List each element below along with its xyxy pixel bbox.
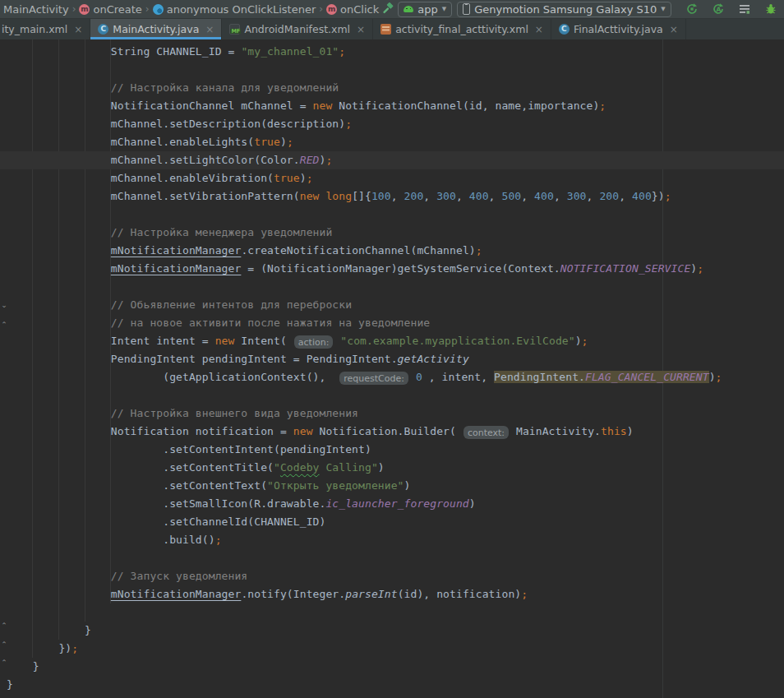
method-icon: m	[326, 4, 337, 15]
code-line[interactable]: mNotificationManager.createNotificationC…	[0, 242, 784, 260]
code-line[interactable]: .setSmallIcon(R.drawable.ic_launcher_for…	[0, 495, 784, 513]
breadcrumb-onclick[interactable]: m onClick	[325, 3, 380, 16]
code-segment: "my_channel_01"	[241, 45, 339, 58]
code-segment: ,	[423, 190, 436, 202]
code-line[interactable]	[0, 61, 784, 79]
code-line[interactable]: });	[0, 640, 784, 658]
code-segment: "	[274, 461, 280, 474]
code-segment: // Настройка внешнего вида уведомления	[7, 407, 358, 419]
code-line[interactable]: .setContentTitle("Codeby Calling")	[0, 459, 784, 477]
breadcrumb-anonymous-listener[interactable]: anonymous OnClickListener	[151, 3, 318, 16]
code-segment: ,	[456, 190, 469, 202]
code-line[interactable]: }	[0, 622, 784, 640]
code-line[interactable]: Notification notification = new Notifica…	[0, 423, 784, 441]
code-line[interactable]: Intent intent = new Intent( action: "com…	[0, 332, 784, 350]
code-segment: getActivity	[398, 353, 469, 365]
code-line[interactable]: (getApplicationContext(), requestCode: 0…	[0, 368, 784, 386]
close-tab-icon[interactable]: ×	[205, 24, 214, 35]
code-line[interactable]: .setContentText("Открыть уведомление")	[0, 477, 784, 495]
code-segment: mNotificationManager	[111, 262, 242, 275]
code-line[interactable]: mChannel.enableLights(true);	[0, 133, 784, 151]
code-segment: Intent(	[234, 335, 293, 347]
code-segment: ;	[716, 371, 722, 383]
code-segment	[409, 371, 416, 383]
debug-button[interactable]	[762, 1, 780, 17]
fold-marker[interactable]: ⌃	[0, 321, 8, 329]
profiler-button[interactable]	[736, 1, 754, 17]
parameter-hint: context:	[463, 426, 509, 439]
code-line[interactable]: NotificationChannel mChannel = new Notif…	[0, 97, 784, 115]
code-segment: mNotificationManager	[111, 244, 242, 257]
code-segment: 400	[632, 190, 652, 202]
code-line[interactable]: PendingIntent pendingIntent = PendingInt…	[0, 350, 784, 368]
code-line[interactable]: .setContentIntent(pendingIntent)	[0, 441, 784, 459]
breadcrumb-label: anonymous OnClickListener	[167, 3, 316, 16]
device-selector[interactable]: Genymotion Samsung Galaxy S10 ▼	[457, 2, 671, 17]
code-line[interactable]: // Настройка менеджера уведомлений	[0, 224, 784, 242]
code-line[interactable]: }	[0, 658, 784, 676]
code-segment	[7, 63, 13, 76]
apply-code-changes-button[interactable]: A	[709, 1, 727, 17]
fold-marker[interactable]: ⌃	[0, 640, 8, 649]
code-line[interactable]: // Запуск уведомления	[0, 567, 784, 585]
close-tab-icon[interactable]: ×	[357, 24, 365, 35]
code-editor[interactable]: ⌄ ⌃ ⌃ ⌃ ⌃ String CHANNEL_ID = "my_channe…	[0, 39, 784, 698]
code-line[interactable]: mChannel.setLightColor(Color.RED);	[0, 151, 784, 169]
code-segment: ;	[697, 262, 703, 275]
code-segment: ,	[391, 190, 404, 202]
code-line[interactable]: // на новое активити после нажатия на ув…	[0, 314, 784, 332]
code-line[interactable]: // Настройка внешнего вида уведомления	[0, 404, 784, 423]
code-line[interactable]: String CHANNEL_ID = "my_channel_01";	[0, 43, 784, 61]
code-line[interactable]	[0, 386, 784, 404]
code-line[interactable]: mChannel.enableVibration(true);	[0, 169, 784, 187]
code-segment: 200	[404, 190, 424, 202]
code-segment: ,	[554, 190, 567, 202]
code-line[interactable]	[0, 603, 784, 622]
apply-changes-button[interactable]	[683, 1, 701, 17]
manifest-file-icon: MF	[229, 24, 240, 35]
code-segment: )	[575, 335, 582, 347]
code-line[interactable]: mNotificationManager = (NotificationMana…	[0, 260, 784, 278]
tab-androidmanifest-xml[interactable]: MF AndroidManifest.xml ×	[222, 19, 373, 39]
close-tab-icon[interactable]: ×	[74, 24, 82, 35]
module-selector[interactable]: app ▼	[398, 2, 452, 17]
code-line[interactable]: // Настройка канала для уведомлений	[0, 79, 784, 97]
make-project-button[interactable]	[381, 1, 394, 17]
tab-label: activity_final_acttivity.xml	[395, 23, 528, 35]
code-line[interactable]	[0, 278, 784, 296]
tab-activity-main-xml[interactable]: ity_main.xml ×	[0, 19, 90, 39]
close-tab-icon[interactable]: ×	[670, 24, 678, 35]
code-line[interactable]: // Обьявление интентов для переброски	[0, 296, 784, 314]
tab-label: ity_main.xml	[2, 23, 67, 35]
close-tab-icon[interactable]: ×	[535, 24, 543, 35]
fold-marker[interactable]: ⌃	[0, 659, 8, 667]
fold-marker[interactable]: ⌄	[0, 301, 8, 309]
java-class-icon: C	[559, 24, 570, 35]
code-line[interactable]: mChannel.setDescription(description);	[0, 115, 784, 133]
tab-mainactivity-java[interactable]: C MainActivity.java ×	[90, 19, 222, 39]
tab-finalacttivity-java[interactable]: C FinalActtivity.java ×	[551, 19, 686, 39]
code-segment: }	[7, 624, 91, 636]
code-segment: // Настройка менеджера уведомлений	[7, 226, 332, 238]
code-line[interactable]	[0, 549, 784, 567]
code-segment: mChannel.setVibrationPattern(	[7, 190, 300, 202]
code-segment: ;	[476, 244, 482, 257]
breadcrumb-separator: ›	[319, 3, 323, 15]
code-line[interactable]: .setChannelId(CHANNEL_ID)	[0, 513, 784, 531]
code-segment: mChannel.enableVibration(	[7, 172, 274, 184]
code-segment: ;	[521, 588, 528, 600]
code-segment: mChannel.setLightColor(Color.	[7, 154, 300, 166]
device-phone-icon	[463, 3, 470, 15]
code-line[interactable]: }	[0, 676, 784, 694]
code-segment: new	[313, 99, 333, 112]
code-segment: []{	[352, 190, 371, 202]
code-line[interactable]: mChannel.setVibrationPattern(new long[]{…	[0, 187, 784, 206]
code-segment: RED	[300, 154, 320, 166]
code-line[interactable]	[0, 206, 784, 224]
code-line[interactable]: .build();	[0, 531, 784, 549]
breadcrumb-mainactivity[interactable]: MainActivity	[2, 3, 71, 16]
breadcrumb-oncreate[interactable]: m onCreate	[77, 3, 143, 16]
tab-activity-final-acttivity-xml[interactable]: activity_final_acttivity.xml ×	[373, 19, 551, 39]
code-line[interactable]: mNotificationManager.notify(Integer.pars…	[0, 585, 784, 603]
fold-marker[interactable]: ⌃	[0, 622, 8, 630]
